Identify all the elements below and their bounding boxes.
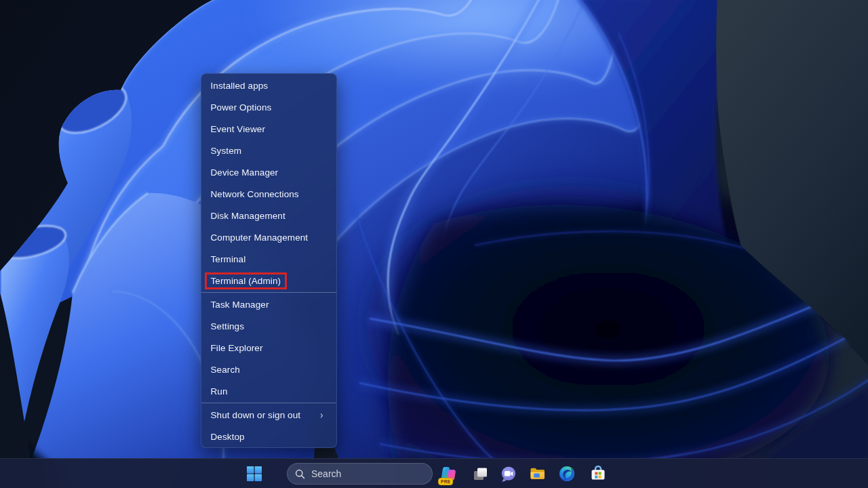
- taskbar-file-explorer-button[interactable]: [524, 459, 551, 488]
- menu-item-label: Installed apps: [211, 81, 269, 91]
- task-view-icon: [472, 466, 489, 483]
- menu-item-label: Terminal: [211, 254, 246, 264]
- taskbar-task-view-button[interactable]: [467, 459, 494, 488]
- menu-item-label: Run: [211, 386, 228, 396]
- menu-item-run[interactable]: Run: [201, 380, 336, 402]
- menu-item-label: Shut down or sign out: [211, 410, 301, 420]
- menu-item-network-connections[interactable]: Network Connections: [201, 183, 336, 205]
- highlighted-menu-label: Terminal (Admin): [205, 272, 287, 289]
- menu-item-device-manager[interactable]: Device Manager: [201, 161, 336, 183]
- menu-item-label: Computer Management: [211, 232, 309, 243]
- menu-item-label: Device Manager: [211, 167, 279, 178]
- submenu-chevron-icon: ›: [320, 409, 323, 420]
- menu-item-task-manager[interactable]: Task Manager: [201, 293, 336, 315]
- menu-item-file-explorer[interactable]: File Explorer: [201, 337, 336, 359]
- menu-item-terminal-admin[interactable]: Terminal (Admin): [201, 270, 336, 291]
- search-label: Search: [311, 468, 341, 480]
- windows-logo-icon: [246, 466, 262, 482]
- menu-item-terminal[interactable]: Terminal: [201, 248, 336, 270]
- menu-item-label: File Explorer: [211, 343, 263, 353]
- menu-item-search[interactable]: Search: [201, 359, 336, 380]
- taskbar-store-button[interactable]: [585, 459, 612, 488]
- menu-item-label: Power Options: [211, 102, 272, 113]
- menu-separator: [201, 292, 336, 293]
- menu-item-disk-management[interactable]: Disk Management: [201, 205, 336, 226]
- search-icon: [295, 469, 305, 479]
- chat-icon: [500, 466, 517, 483]
- menu-item-label: Disk Management: [211, 211, 285, 221]
- menu-item-label: Event Viewer: [211, 124, 266, 134]
- menu-item-event-viewer[interactable]: Event Viewer: [201, 118, 336, 140]
- menu-item-installed-apps[interactable]: Installed apps: [201, 75, 336, 96]
- start-button[interactable]: [241, 459, 268, 488]
- menu-separator: [201, 403, 336, 403]
- bloom-wallpaper-art: [0, 0, 868, 488]
- menu-item-label: System: [211, 146, 242, 156]
- taskbar-copilot-preview-button[interactable]: PRE: [435, 459, 462, 488]
- menu-item-computer-management[interactable]: Computer Management: [201, 226, 336, 248]
- file-explorer-icon: [529, 465, 547, 483]
- menu-item-desktop[interactable]: Desktop: [201, 426, 336, 447]
- menu-item-label: Desktop: [211, 432, 245, 442]
- quick-link-menu: Installed appsPower OptionsEvent ViewerS…: [201, 73, 337, 448]
- menu-item-shut-down-or-sign-out[interactable]: Shut down or sign out›: [201, 404, 336, 426]
- desktop-wallpaper: [0, 0, 868, 488]
- copilot-icon-wrapper: PRE: [440, 465, 458, 483]
- menu-item-system[interactable]: System: [201, 140, 336, 161]
- edge-icon: [558, 465, 576, 483]
- menu-item-settings[interactable]: Settings: [201, 315, 336, 337]
- copilot-pre-badge: PRE: [438, 478, 453, 485]
- menu-item-label: Network Connections: [211, 189, 299, 199]
- menu-item-power-options[interactable]: Power Options: [201, 96, 336, 118]
- taskbar-chat-button[interactable]: [494, 459, 521, 488]
- menu-item-label: Settings: [211, 321, 245, 331]
- taskbar-edge-button[interactable]: [553, 459, 580, 488]
- search-box[interactable]: Search: [287, 463, 433, 485]
- menu-item-label: Search: [211, 365, 240, 375]
- store-icon: [589, 465, 607, 483]
- menu-item-label: Task Manager: [211, 300, 269, 310]
- taskbar: Search PRE: [0, 458, 868, 488]
